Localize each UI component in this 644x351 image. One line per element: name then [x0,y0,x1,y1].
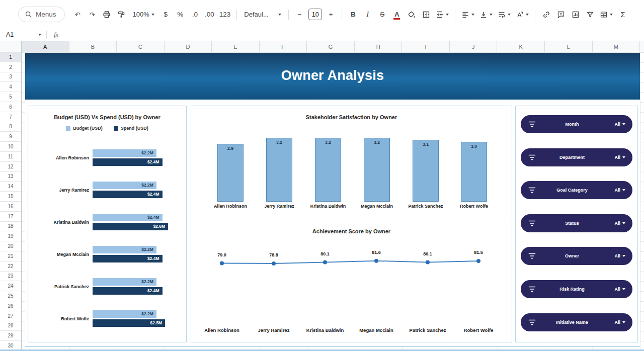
row-header-16[interactable]: 16 [0,202,21,212]
row-header-26[interactable]: 26 [0,301,21,311]
row-header-21[interactable]: 21 [0,251,21,261]
decrease-font-size-button[interactable]: − [293,8,306,21]
slicer-department[interactable]: DepartmentAll [521,148,632,166]
achievement-chart[interactable]: Achievement Score by Owner 79.0Allen Rob… [191,220,512,342]
column-header-A[interactable]: A [22,41,69,52]
row-header-27[interactable]: 27 [0,311,21,321]
slicer-value-dropdown[interactable]: All [614,181,625,199]
row-header-9[interactable]: 9 [0,132,21,142]
slicer-owner[interactable]: OwnerAll [521,247,632,265]
budget-bar[interactable]: $2.2M [93,246,156,253]
currency-format-button[interactable]: $ [159,8,173,21]
column-header-D[interactable]: D [165,41,212,52]
table-views-button[interactable] [598,8,615,21]
row-header-24[interactable]: 24 [0,281,21,291]
achievement-point[interactable] [220,261,224,266]
text-color-button[interactable]: A [390,8,404,21]
font-family-select[interactable]: Defaul... [241,8,284,21]
bold-button[interactable]: B [346,8,360,21]
row-header-29[interactable]: 29 [0,331,21,341]
row-header-11[interactable]: 11 [0,152,21,162]
achievement-point[interactable] [323,260,327,265]
insert-comment-button[interactable] [554,8,568,21]
italic-button[interactable]: I [361,8,374,21]
increase-font-size-button[interactable]: + [324,8,338,21]
slicer-value-dropdown[interactable]: All [614,214,625,232]
row-header-13[interactable]: 13 [0,172,21,182]
merge-cells-button[interactable] [434,8,451,21]
column-header-B[interactable]: B [69,41,117,52]
insert-link-button[interactable] [539,8,553,21]
spend-bar[interactable]: $2.5M [93,319,165,327]
print-button[interactable] [100,8,114,21]
row-header-6[interactable]: 6 [0,102,21,112]
budget-bar[interactable]: $2.4M [93,214,163,221]
row-header-12[interactable]: 12 [0,162,21,172]
row-header-28[interactable]: 28 [0,321,21,331]
slicer-value-dropdown[interactable]: All [614,280,625,298]
percent-format-button[interactable]: % [174,8,187,21]
slicer-value-dropdown[interactable]: All [614,247,625,265]
row-header-3[interactable]: 3 [0,72,21,82]
font-size-input[interactable]: 10 [308,9,322,20]
menus-button[interactable]: Menus [18,7,65,22]
dashboard-banner[interactable]: Owner Analysis [25,53,640,100]
create-filter-button[interactable] [583,8,597,21]
zoom-select[interactable]: 100% [129,8,158,21]
number-format-button[interactable]: 123 [217,8,233,21]
achievement-point[interactable] [272,261,276,266]
increase-decimal-button[interactable]: .00 [203,8,216,21]
cell-name-box[interactable]: A1 [0,31,46,38]
column-header-L[interactable]: L [545,41,593,52]
strikethrough-button[interactable]: S [375,8,389,21]
satisfaction-bar[interactable]: 3.2 [364,138,390,202]
satisfaction-bar[interactable]: 3.2 [315,138,341,202]
row-header-18[interactable]: 18 [0,222,21,232]
slicer-initiative-name[interactable]: Initiative NameAll [521,313,632,331]
slicer-risk-rating[interactable]: Risk RatingAll [521,280,632,298]
select-all-corner[interactable] [0,41,22,52]
achievement-point[interactable] [476,259,480,263]
row-header-23[interactable]: 23 [0,272,21,282]
satisfaction-bar[interactable]: 3.1 [413,140,439,202]
satisfaction-chart[interactable]: Stakeholder Satisfaction by Owner 2.93.2… [191,106,512,217]
fill-color-button[interactable] [405,8,418,21]
row-header-19[interactable]: 19 [0,231,21,241]
achievement-point[interactable] [374,259,378,263]
text-rotation-button[interactable] [514,8,531,21]
column-header-F[interactable]: F [260,41,307,52]
budget-bar[interactable]: $2.2M [93,278,156,286]
spend-bar[interactable]: $2.4M [93,191,163,198]
satisfaction-bar[interactable]: 3.2 [266,138,292,202]
functions-button[interactable]: Σ [616,8,629,21]
column-header-E[interactable]: E [212,41,260,52]
row-header-2[interactable]: 2 [0,62,21,72]
slicer-value-dropdown[interactable]: All [614,148,625,166]
row-header-17[interactable]: 17 [0,212,21,222]
column-header-G[interactable]: G [307,41,355,52]
satisfaction-bar[interactable]: 2.9 [217,144,244,202]
row-header-7[interactable]: 7 [0,112,21,122]
slicer-goal-category[interactable]: Goal CategoryAll [521,181,632,199]
vertical-align-button[interactable] [477,8,495,21]
row-header-20[interactable]: 20 [0,241,21,251]
budget-bar[interactable]: $2.2M [93,310,156,318]
row-header-15[interactable]: 15 [0,192,21,202]
slicer-value-dropdown[interactable]: All [614,115,625,133]
row-header-8[interactable]: 8 [0,122,21,132]
borders-button[interactable] [419,8,433,21]
row-header-25[interactable]: 25 [0,291,21,301]
row-header-4[interactable]: 4 [0,82,21,92]
text-wrap-button[interactable] [496,8,513,21]
column-header-H[interactable]: H [355,41,403,52]
column-header-M[interactable]: M [593,41,640,52]
decrease-decimal-button[interactable]: .0 [188,8,202,21]
row-header-22[interactable]: 22 [0,261,21,272]
paint-format-button[interactable] [115,8,128,21]
spend-bar[interactable]: $2.4M [93,255,163,262]
spend-bar[interactable]: $2.4M [93,158,163,166]
row-header-14[interactable]: 14 [0,182,21,192]
column-header-C[interactable]: C [117,41,165,52]
satisfaction-bar[interactable]: 3.0 [461,142,487,202]
budget-bar[interactable]: $2.2M [93,182,156,189]
